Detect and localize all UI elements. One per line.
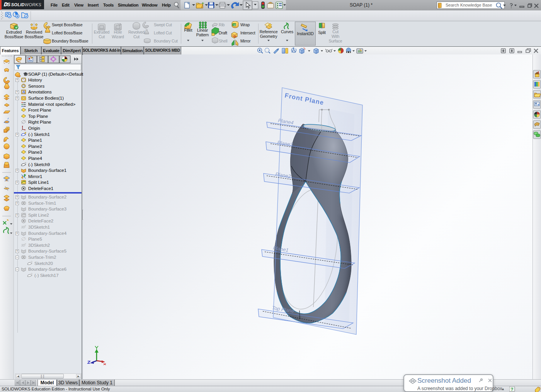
- svg-text:?: ?: [511, 387, 514, 392]
- svg-text:GO: GO: [233, 24, 236, 26]
